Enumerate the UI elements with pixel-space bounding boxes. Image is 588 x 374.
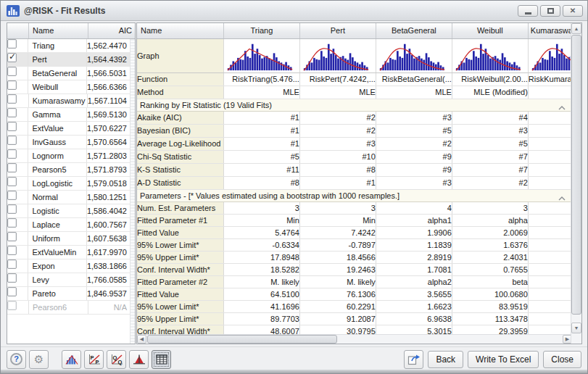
minimize-button[interactable] (518, 5, 538, 17)
vertical-scrollbar[interactable]: ▲ ▼ (571, 23, 581, 344)
close-button[interactable]: ✕ (563, 5, 583, 17)
value-cell (528, 201, 571, 214)
list-item-aic: 1,566.6366 (87, 80, 130, 94)
client-area: Name AIC▲ Triang1,562.4470✓Pert1,564.439… (1, 21, 587, 346)
value-cell: Min (299, 214, 376, 226)
fit-checkbox[interactable] (7, 149, 28, 162)
list-item[interactable]: InvGauss1,570.6564 (7, 136, 130, 149)
fit-checkbox[interactable] (7, 204, 28, 217)
row-label: 95% Lower Limit* (137, 300, 223, 312)
list-item-name: LogLogistic (28, 177, 87, 190)
fit-checkbox[interactable]: ✓ (7, 53, 28, 66)
value-cell: 3.5655 (376, 288, 452, 300)
fit-checkbox[interactable] (7, 163, 28, 176)
checkbox-box (7, 39, 17, 49)
list-item[interactable]: ✓Pert1,564.4392 (7, 53, 130, 67)
checkbox-box (7, 108, 17, 117)
back-button[interactable]: Back (428, 351, 463, 368)
fit-checkbox[interactable] (7, 259, 28, 273)
list-item[interactable]: BetaGeneral1,566.5031 (7, 67, 130, 80)
list-item-aic: 1,566.5031 (87, 67, 130, 80)
graph-cell (223, 38, 299, 72)
scroll-up-icon[interactable]: ▲ (571, 23, 581, 34)
fit-checkbox[interactable] (7, 177, 28, 190)
fit-checkbox[interactable] (7, 301, 29, 314)
fit-checkbox[interactable] (7, 191, 28, 204)
value-cell: #8 (223, 176, 299, 189)
list-item[interactable]: Triang1,562.4470 (7, 39, 130, 53)
checkbox-box (7, 301, 17, 310)
list-item-aic: 1,564.4392 (87, 53, 130, 66)
fit-checkbox[interactable] (7, 94, 29, 107)
fit-list-scrollbar[interactable] (130, 39, 135, 344)
table-view-button[interactable] (152, 350, 171, 369)
collapse-section-icon[interactable] (558, 194, 566, 202)
help-button[interactable]: ? (7, 350, 26, 369)
value-cell (528, 86, 571, 99)
fit-checkbox[interactable] (7, 232, 28, 245)
value-cell (528, 111, 571, 124)
list-item-name: BetaGeneral (28, 67, 87, 80)
horizontal-scrollbar[interactable]: ◀ ▶ (137, 334, 571, 344)
graph-cell (299, 38, 376, 72)
list-item-aic: 1,570.6564 (87, 136, 130, 149)
close-dialog-button[interactable]: Close (543, 351, 581, 368)
vertical-scrollbar-thumb[interactable] (571, 35, 581, 315)
list-item[interactable]: ExtValueMin1,617.9970 (7, 246, 130, 259)
list-item[interactable]: ExtValue1,570.6227 (7, 122, 130, 136)
qq-plot-button[interactable]: Q Q (107, 350, 126, 369)
row-label: Function (137, 72, 223, 86)
list-item[interactable]: Pearson51,571.8793 (7, 163, 130, 177)
fit-list-panel: Name AIC▲ Triang1,562.4470✓Pert1,564.439… (7, 22, 136, 344)
checkbox-box (7, 232, 17, 241)
scroll-down-icon[interactable]: ▼ (571, 323, 581, 333)
list-item[interactable]: Weibull1,566.6366 (7, 80, 130, 94)
fit-checkbox[interactable] (7, 273, 28, 286)
list-item[interactable]: Normal1,580.1251 (7, 191, 130, 204)
list-item[interactable]: Logistic1,586.4042 (7, 204, 130, 218)
scroll-left-icon[interactable]: ◀ (137, 335, 146, 344)
table-row: Fitted Parameter #2M. likelyM. likelyalp… (137, 275, 571, 288)
fit-graph-thumbnail (531, 40, 571, 72)
fit-checkbox[interactable] (7, 246, 28, 259)
svg-text:Q: Q (112, 354, 117, 360)
checkbox-box (7, 163, 17, 173)
fit-checkbox[interactable] (7, 136, 28, 149)
list-item[interactable]: Levy1,766.0585 (7, 273, 130, 287)
fit-checkbox[interactable] (7, 218, 28, 231)
value-cell: 17.8948 (223, 251, 299, 263)
scroll-right-icon[interactable]: ▶ (563, 335, 571, 344)
value-cell: 2.0069 (452, 226, 528, 238)
list-item[interactable]: Pearson6N/A (7, 301, 130, 315)
list-item[interactable]: Pareto1,846.9537 (7, 287, 130, 301)
distribution-graph-button[interactable] (62, 350, 81, 369)
fit-checkbox[interactable] (7, 122, 28, 135)
fit-checkbox[interactable] (7, 108, 28, 121)
list-item[interactable]: Kumaraswamy1,567.1104 (7, 94, 130, 108)
value-cell: 83.9519 (452, 300, 528, 312)
settings-button[interactable]: ⚙ (29, 350, 49, 369)
titlebar[interactable]: @RISK - Fit Results ✕ (1, 1, 587, 21)
fit-checkbox[interactable] (7, 67, 28, 80)
horizontal-scrollbar-thumb[interactable] (147, 335, 337, 344)
list-item[interactable]: Expon1,638.1866 (7, 259, 130, 273)
pp-plot-button[interactable]: P P (84, 350, 104, 369)
fit-checkbox[interactable] (7, 80, 28, 94)
collapse-section-icon[interactable] (558, 103, 566, 112)
list-item[interactable]: Lognorm1,571.2803 (7, 149, 130, 163)
checkbox-box (7, 122, 17, 131)
fit-list-header-aic[interactable]: AIC▲ (88, 23, 135, 38)
list-item[interactable]: Gamma1,569.5130 (7, 108, 130, 122)
list-item-aic: 1,579.0518 (87, 177, 130, 190)
list-item[interactable]: LogLogistic1,579.0518 (7, 177, 130, 191)
fit-checkbox[interactable] (7, 287, 28, 300)
fit-list-header-name[interactable]: Name (29, 23, 88, 38)
list-item[interactable]: Laplace1,600.7567 (7, 218, 130, 232)
discrepancy-plot-button[interactable] (129, 350, 149, 369)
value-cell: 4 (376, 201, 452, 214)
comparison-header-row: NameTriangPertBetaGeneralWeibullKumarasw… (137, 23, 571, 38)
list-item[interactable]: Uniform1,607.5638 (7, 232, 130, 246)
maximize-button[interactable] (540, 5, 560, 17)
export-report-button[interactable] (404, 350, 423, 369)
write-to-excel-button[interactable]: Write To Excel (468, 351, 539, 368)
